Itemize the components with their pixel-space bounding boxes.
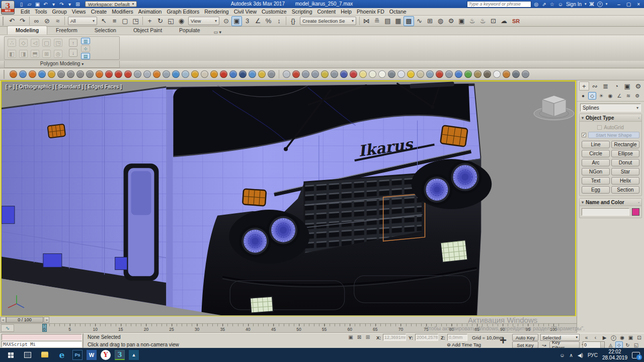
phoenix-glass-icon[interactable] bbox=[182, 70, 189, 78]
user-icon[interactable]: ☺ bbox=[558, 2, 563, 7]
menu-item[interactable]: Content bbox=[314, 9, 338, 15]
speaker-icon[interactable]: ◀) bbox=[578, 352, 583, 358]
phoenix-honey-icon[interactable] bbox=[210, 70, 218, 78]
shapes-category-icon[interactable]: ◇ bbox=[588, 92, 596, 100]
x-coordinate-field[interactable]: 12,3691mm bbox=[383, 334, 406, 341]
phoenix-beer-icon[interactable] bbox=[191, 70, 199, 78]
angle-snap-icon[interactable]: ∠ bbox=[253, 16, 263, 26]
name-color-header[interactable]: ▾ Name and Color ▪ bbox=[580, 199, 641, 206]
phoenix-smoke-ring-icon[interactable] bbox=[134, 70, 141, 78]
reference-coordinate-dropdown[interactable]: View ▾ bbox=[188, 17, 219, 25]
phoenix-stop-sim-icon[interactable] bbox=[76, 70, 84, 78]
help-icon[interactable]: ? bbox=[597, 2, 603, 7]
zoom-extents-icon[interactable]: ▣ bbox=[627, 334, 634, 341]
motion-tab-icon[interactable]: ◔ bbox=[612, 81, 622, 90]
restore-button[interactable]: ▢ bbox=[626, 2, 631, 7]
preview-off-icon[interactable]: ⬒ bbox=[31, 50, 39, 58]
polygon-modeling-label[interactable]: Polygon Modeling ▾ bbox=[4, 61, 120, 68]
previous-modifier-icon[interactable]: ↑ bbox=[69, 39, 77, 47]
pan-view-icon[interactable]: ⊹ bbox=[615, 341, 623, 348]
current-frame-spinner[interactable]: 0 bbox=[583, 341, 605, 348]
schematic-view-icon[interactable]: ⊞ bbox=[425, 16, 435, 26]
octane-hand-icon[interactable] bbox=[474, 70, 481, 78]
y-coordinate-field[interactable]: 2004,2578 bbox=[415, 334, 438, 341]
undo-icon[interactable]: ↶ bbox=[7, 16, 17, 26]
play-animation-icon[interactable]: ▶ bbox=[601, 334, 608, 341]
help-caret-icon[interactable]: ▾ bbox=[606, 2, 608, 6]
octane-sphere-tan-icon[interactable] bbox=[417, 70, 424, 78]
start-new-shape-checkbox[interactable]: ✓ bbox=[582, 133, 586, 137]
zoom-all-icon[interactable]: ◉ bbox=[618, 334, 626, 341]
start-new-shape-button[interactable]: Start New Shape bbox=[588, 132, 639, 138]
ribbon-toggle-icon[interactable]: ▩ bbox=[404, 16, 414, 26]
toggle-command-panel-icon[interactable]: ▥ bbox=[81, 38, 90, 44]
octane-camera-icon[interactable] bbox=[331, 70, 338, 78]
phoenix-ocean-box-icon[interactable] bbox=[229, 70, 237, 78]
object-type-header[interactable]: ▾ Object Type ▪ bbox=[580, 114, 641, 122]
toggle-containers-icon[interactable]: ▤ bbox=[81, 53, 90, 59]
abc-grid-icon[interactable]: ⊡ bbox=[488, 16, 499, 26]
zoom-icon[interactable]: ◯ bbox=[610, 334, 617, 341]
menu-item[interactable]: Octane bbox=[387, 9, 409, 15]
phoenix-pause-sim-icon[interactable] bbox=[67, 70, 74, 78]
toolbar-grip[interactable] bbox=[4, 70, 6, 79]
select-move-icon[interactable]: + bbox=[144, 16, 155, 26]
search-binoculars-icon[interactable]: ◎ bbox=[534, 2, 539, 7]
sign-in-caret-icon[interactable]: ▾ bbox=[585, 2, 587, 6]
unlink-selection-icon[interactable]: ⊘ bbox=[42, 16, 52, 26]
render-iterative-icon[interactable]: ♨ bbox=[477, 16, 488, 26]
octane-tiles-icon[interactable] bbox=[426, 70, 434, 78]
select-rotate-icon[interactable]: ↻ bbox=[155, 16, 166, 26]
hierarchy-tab-icon[interactable]: ≣ bbox=[601, 81, 611, 90]
edge-subobject-icon[interactable]: ◇ bbox=[19, 39, 28, 47]
lock-selection-icon[interactable]: ⊠ bbox=[356, 334, 363, 340]
lights-category-icon[interactable]: ☀ bbox=[597, 92, 605, 100]
collapse-stack-icon[interactable]: ⊞ bbox=[42, 50, 51, 58]
menu-item[interactable]: Animation bbox=[136, 9, 165, 15]
octane-material-oval-icon[interactable] bbox=[378, 70, 386, 78]
people-icon[interactable]: ☺ bbox=[559, 352, 565, 358]
ribbon-overflow-icon[interactable]: ▭ ▾ bbox=[214, 30, 222, 35]
bind-spacewarp-icon[interactable]: ≈ bbox=[52, 16, 63, 26]
align-icon[interactable]: ≞ bbox=[372, 16, 382, 26]
redo-icon[interactable]: ↷ bbox=[17, 16, 28, 26]
launch-community-icon[interactable]: ⇗ bbox=[542, 2, 546, 7]
save-icon[interactable]: ▣ bbox=[34, 2, 41, 7]
menu-item[interactable]: Customize bbox=[259, 9, 289, 15]
mirror-icon[interactable]: ⋈ bbox=[361, 16, 372, 26]
layer-manager-icon[interactable]: ▤ bbox=[382, 16, 393, 26]
octane-ball-red-icon[interactable] bbox=[436, 70, 443, 78]
orbit-icon[interactable]: ↻ bbox=[624, 341, 631, 348]
octane-settings-icon[interactable] bbox=[302, 70, 309, 78]
phoenix-start-sim-icon[interactable] bbox=[57, 70, 65, 78]
phoenix-coffee-icon[interactable] bbox=[201, 70, 208, 78]
use-p ivot-center-icon[interactable]: ⊙ bbox=[221, 16, 231, 26]
sr-toolbar-button[interactable]: SR bbox=[512, 18, 520, 24]
phoenix-fire-preset-icon[interactable] bbox=[10, 70, 17, 78]
octane-light-key-icon[interactable] bbox=[321, 70, 329, 78]
maxscript-macro-field[interactable] bbox=[2, 334, 82, 340]
phoenix-splash-icon[interactable] bbox=[249, 70, 256, 78]
task-view-button[interactable] bbox=[21, 348, 34, 361]
menu-item[interactable]: Civil View bbox=[231, 9, 259, 15]
select-link-icon[interactable]: ∞ bbox=[31, 16, 42, 26]
menu-item[interactable]: Create bbox=[89, 9, 110, 15]
phoenix-explosion-icon[interactable] bbox=[105, 70, 113, 78]
select-manipulate-icon[interactable]: ▣ bbox=[231, 16, 242, 26]
isolate-selection-icon[interactable]: ▣ bbox=[347, 334, 354, 340]
new-file-icon[interactable]: ▯ bbox=[18, 2, 25, 7]
octane-sphere-white-icon[interactable] bbox=[493, 70, 501, 78]
sign-in-button[interactable]: Sign In bbox=[566, 2, 582, 7]
material-editor-icon[interactable]: ◍ bbox=[435, 16, 446, 26]
exchange-store-icon[interactable]: Ж bbox=[590, 2, 594, 7]
octane-flower-icon[interactable] bbox=[455, 70, 462, 78]
octane-teapot-icon[interactable] bbox=[283, 70, 290, 78]
undo-flyout-icon[interactable]: ▾ bbox=[50, 2, 57, 7]
helpers-category-icon[interactable]: ∠ bbox=[615, 92, 623, 100]
phoenix-help-icon[interactable] bbox=[268, 70, 275, 78]
open-file-icon[interactable]: ▱ bbox=[26, 2, 33, 7]
redo-flyout-icon[interactable]: ▾ bbox=[66, 2, 73, 7]
phoenix-fire-source-icon[interactable] bbox=[29, 70, 36, 78]
object-type-button[interactable]: Circle bbox=[582, 150, 610, 157]
rendered-frame-icon[interactable]: ▣ bbox=[456, 16, 467, 26]
